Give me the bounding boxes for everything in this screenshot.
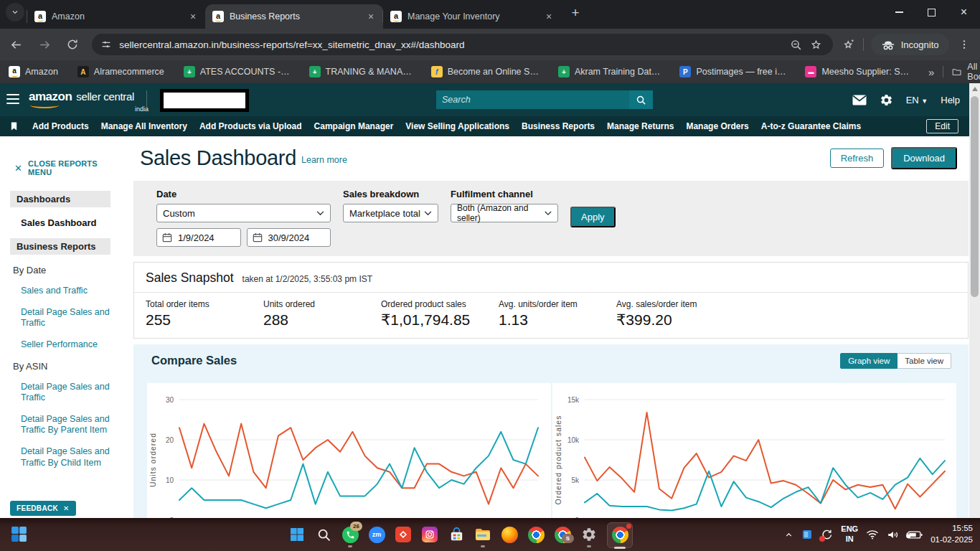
zoom-out-page-button[interactable] xyxy=(786,34,806,55)
chrome-icon[interactable] xyxy=(527,522,545,547)
sidebar-item-sales-dashboard[interactable]: Sales Dashboard xyxy=(0,217,122,228)
date-to-field[interactable] xyxy=(247,228,331,247)
taskbar-corner-icon[interactable] xyxy=(10,525,28,543)
url-bar[interactable]: sellercentral.amazon.in/business-reports… xyxy=(92,34,833,55)
sidebar-item-detail-page-sales-and-traffic-by-child-item[interactable]: Detail Page Sales and Traffic By Child I… xyxy=(0,446,122,468)
svg-text:Units ordered: Units ordered xyxy=(149,433,157,487)
battery-icon[interactable] xyxy=(908,530,923,540)
maximize-button[interactable] xyxy=(915,0,948,24)
refresh-button[interactable]: Refresh xyxy=(830,149,885,168)
volume-icon[interactable] xyxy=(887,529,900,540)
seller-central-logo[interactable]: amazon seller central india xyxy=(29,90,134,104)
bookmark-item[interactable]: fBecome an Online S… xyxy=(431,66,539,77)
nav-item-a-to-z-guarantee-claims[interactable]: A-to-z Guarantee Claims xyxy=(761,121,861,131)
tab-close-icon[interactable]: × xyxy=(542,10,555,23)
bookmark-item[interactable]: AAlramecommerce xyxy=(77,66,164,77)
date-range-select[interactable]: Custom xyxy=(156,204,331,222)
bookmark-list-button[interactable] xyxy=(839,34,858,55)
chrome-active-icon[interactable] xyxy=(607,522,633,548)
chrome-profile-icon[interactable]: S xyxy=(554,522,571,547)
download-button[interactable]: Download xyxy=(891,147,957,169)
url-text[interactable]: sellercentral.amazon.in/business-reports… xyxy=(119,39,786,50)
sidebar-item-seller-performance[interactable]: Seller Performance xyxy=(0,339,122,351)
wifi-icon[interactable] xyxy=(866,529,879,540)
messages-icon[interactable] xyxy=(852,95,867,105)
nav-item-business-reports[interactable]: Business Reports xyxy=(522,121,595,131)
nav-item-campaign-manager[interactable]: Campaign Manager xyxy=(314,121,394,131)
tab-manage-inventory[interactable]: a Manage Your Inventory × xyxy=(383,4,561,29)
settings-icon[interactable] xyxy=(580,522,598,547)
bookmark-item[interactable]: PPostimages — free i… xyxy=(679,66,786,77)
tray-chevron-up-icon[interactable] xyxy=(784,530,793,540)
apply-button[interactable]: Apply xyxy=(570,207,616,227)
reload-button[interactable] xyxy=(61,32,85,57)
forward-button[interactable] xyxy=(32,32,56,57)
close-icon[interactable]: ✕ xyxy=(63,504,70,512)
sidebar-item-detail-page-sales-and-traffic-by-parent-item[interactable]: Detail Page Sales and Traffic By Parent … xyxy=(0,414,122,436)
date-to-input[interactable] xyxy=(267,232,320,244)
bookmark-item[interactable]: +ATES ACCOUNTS -… xyxy=(184,66,290,77)
sales-breakdown-select[interactable]: Marketplace total xyxy=(343,204,438,222)
bookmark-item[interactable]: +TRANING & MANA… xyxy=(309,66,412,77)
tab-business-reports[interactable]: a Business Reports × xyxy=(205,4,383,29)
close-button[interactable]: × xyxy=(948,0,980,24)
clock[interactable]: 15:55 01-02-2025 xyxy=(930,523,973,545)
hamburger-menu-button[interactable] xyxy=(6,94,19,104)
new-tab-button[interactable]: + xyxy=(565,3,585,23)
settings-gear-icon[interactable] xyxy=(880,93,893,107)
sidebar-item-sales-and-traffic[interactable]: Sales and Traffic xyxy=(0,286,122,297)
browser-menu-button[interactable] xyxy=(955,34,974,55)
help-link[interactable]: Help xyxy=(941,95,960,105)
date-from-field[interactable] xyxy=(156,228,241,247)
nav-item-add-products-via-upload[interactable]: Add Products via Upload xyxy=(199,121,302,131)
back-button[interactable] xyxy=(4,32,28,57)
scrollbar-thumb[interactable] xyxy=(971,96,979,297)
learn-more-link[interactable]: Learn more xyxy=(301,155,347,170)
tab-close-icon[interactable]: × xyxy=(187,10,199,23)
sync-icon[interactable] xyxy=(821,529,833,541)
search-input[interactable] xyxy=(436,90,629,109)
all-bookmarks-button[interactable]: All Bookmarks xyxy=(952,62,980,82)
site-info-icon[interactable] xyxy=(100,39,112,50)
sidebar-item-detail-page-sales-and-traffic[interactable]: Detail Page Sales and Traffic xyxy=(0,307,122,329)
tab-close-icon[interactable]: × xyxy=(364,10,377,23)
whatsapp-icon[interactable]: 26 xyxy=(341,522,359,547)
file-explorer-icon[interactable] xyxy=(474,522,491,547)
nav-item-manage-returns[interactable]: Manage Returns xyxy=(607,121,674,131)
language-indicator[interactable]: ENGIN xyxy=(841,524,858,545)
red-diamond-app-icon[interactable] xyxy=(395,522,412,547)
fulfilment-channel-value: Both (Amazon and seller) xyxy=(457,203,545,223)
page-scrollbar[interactable] xyxy=(969,83,980,518)
scrollbar-up-arrow[interactable] xyxy=(972,87,978,91)
zoom-app-icon[interactable]: zm xyxy=(368,522,385,547)
bookmarks-overflow-button[interactable]: » xyxy=(928,66,934,78)
nav-item-view-selling-applications[interactable]: View Selling Applications xyxy=(405,121,509,131)
bookmark-nav-icon[interactable] xyxy=(10,121,18,131)
table-view-button[interactable]: Table view xyxy=(897,353,951,369)
bookmark-item[interactable]: +Akram Training Dat… xyxy=(558,66,660,77)
tray-app-icon[interactable] xyxy=(801,529,813,540)
search-button[interactable] xyxy=(629,90,653,109)
edit-nav-button[interactable]: Edit xyxy=(926,119,958,133)
date-from-input[interactable] xyxy=(176,232,230,244)
nav-item-manage-all-inventory[interactable]: Manage All Inventory xyxy=(101,121,187,131)
close-reports-menu-button[interactable]: ✕ CLOSE REPORTS MENU xyxy=(14,159,122,176)
instagram-icon[interactable] xyxy=(421,522,438,547)
sidebar-item-detail-page-sales-and-traffic[interactable]: Detail Page Sales and Traffic xyxy=(0,382,122,404)
firefox-icon[interactable] xyxy=(501,522,518,547)
language-selector[interactable]: EN ▼ xyxy=(906,95,928,105)
graph-view-button[interactable]: Graph view xyxy=(840,353,897,369)
nav-item-add-products[interactable]: Add Products xyxy=(32,121,89,131)
tab-search-button[interactable] xyxy=(6,3,24,22)
search-icon[interactable] xyxy=(315,522,332,547)
bookmark-star-button[interactable] xyxy=(806,34,826,55)
fulfilment-channel-select[interactable]: Both (Amazon and seller) xyxy=(451,204,558,222)
bookmark-item[interactable]: ▬Meesho Supplier: S… xyxy=(805,66,909,77)
nav-item-manage-orders[interactable]: Manage Orders xyxy=(686,121,748,131)
tab-amazon[interactable]: a Amazon × xyxy=(27,4,205,29)
bookmark-item[interactable]: aAmazon xyxy=(9,66,58,77)
start-icon[interactable] xyxy=(288,522,306,547)
feedback-button[interactable]: FEEDBACK ✕ xyxy=(10,501,76,516)
ms-store-icon[interactable] xyxy=(448,522,465,547)
minimize-button[interactable] xyxy=(883,0,915,24)
